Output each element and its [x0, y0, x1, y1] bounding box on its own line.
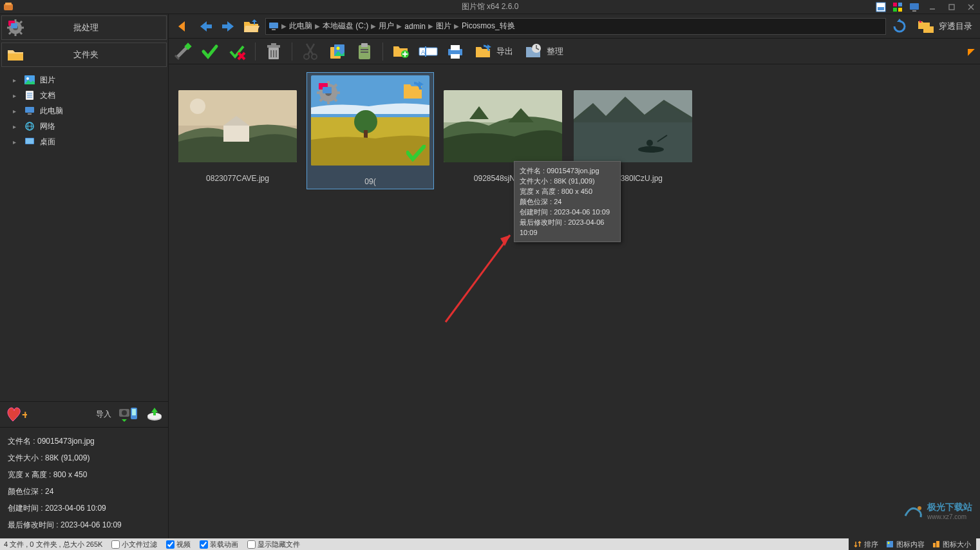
nav-open-folder-button[interactable]	[242, 17, 261, 36]
folder-label: 文件夹	[29, 49, 143, 61]
tool-rename-button[interactable]: A	[418, 41, 438, 62]
expand-icon[interactable]: ▸	[13, 92, 19, 99]
info-bitdepth: 颜色位深 : 24	[8, 483, 160, 500]
status-chk-hidden[interactable]: 显示隐藏文件	[247, 540, 300, 549]
tool-organize-button[interactable]: 整理	[522, 43, 566, 60]
batch-gear-icon	[6, 18, 25, 37]
path-seg-1[interactable]: 本地磁盘 (C:)▶	[323, 21, 376, 32]
tree-item-documents[interactable]: ▸ 文档	[0, 88, 168, 103]
thumb-rotate-icon[interactable]	[401, 79, 426, 101]
desktop-icon	[24, 137, 35, 146]
tree-item-pictures[interactable]: ▸ 图片	[0, 72, 168, 88]
svg-rect-73	[451, 45, 460, 50]
thumb-image	[178, 90, 297, 162]
svg-rect-43	[132, 409, 136, 415]
nav-up-button[interactable]	[196, 17, 215, 36]
info-panel: 文件名 : 09015473jon.jpg 文件大小 : 88K (91,009…	[0, 427, 168, 538]
app-title: 图片馆 x64 2.6.0	[462, 1, 519, 12]
svg-rect-11	[949, 5, 954, 10]
status-chk-video[interactable]: 视频	[166, 540, 191, 549]
folder-icon	[6, 45, 25, 64]
tree-item-computer[interactable]: ▸ 此电脑	[0, 103, 168, 119]
info-dimensions: 宽度 x 高度 : 800 x 450	[8, 466, 160, 483]
device-import-icon[interactable]	[118, 406, 140, 423]
thumbnail-grid[interactable]: 0823077CAVE.jpg 09(	[169, 64, 980, 538]
titlebar: 图片馆 x64 2.6.0	[0, 0, 980, 14]
path-seg-4[interactable]: 图片▶	[436, 21, 459, 32]
refresh-button[interactable]	[890, 17, 909, 36]
thumb-item-selected[interactable]: 09(	[306, 72, 434, 189]
path-seg-3[interactable]: admin▶	[404, 22, 433, 31]
tool-new-folder-button[interactable]	[391, 41, 411, 62]
titlebar-tool-2-icon[interactable]	[892, 2, 903, 12]
minimize-button[interactable]	[926, 2, 939, 12]
svg-rect-78	[223, 126, 249, 142]
tool-cut-button[interactable]	[300, 41, 321, 62]
svg-line-91	[334, 99, 337, 101]
export-icon	[475, 43, 493, 60]
import-label: 导入	[96, 409, 111, 420]
svg-point-105	[918, 506, 921, 510]
favorite-add-icon[interactable]: +	[5, 406, 27, 424]
status-content-button[interactable]: 图标内容	[886, 540, 925, 549]
svg-rect-32	[25, 107, 34, 113]
nav-row: ▶ 此电脑▶ 本地磁盘 (C:)▶ 用户▶ admin▶ 图片▶ Picosmo…	[169, 14, 980, 39]
folder-tree: ▸ 图片 ▸ 文档 ▸ 此电脑 ▸ 网络 ▸ 桌面	[0, 68, 168, 153]
svg-rect-38	[26, 138, 33, 144]
tree-item-network[interactable]: ▸ 网络	[0, 119, 168, 134]
tool-print-button[interactable]	[445, 41, 466, 62]
svg-point-79	[190, 99, 205, 114]
thumb-item[interactable]: 0823077CAVE.jpg	[176, 72, 299, 189]
path-bar[interactable]: ▶ 此电脑▶ 本地磁盘 (C:)▶ 用户▶ admin▶ 图片▶ Picosmo…	[265, 18, 886, 35]
svg-rect-65	[361, 52, 368, 53]
status-sort-button[interactable]: 排序	[854, 540, 878, 549]
thumb-image	[311, 75, 429, 166]
thumb-batch-icon[interactable]	[315, 79, 342, 106]
status-chk-animation[interactable]: 装载动画	[200, 540, 238, 549]
path-root-icon[interactable]	[269, 22, 279, 31]
tool-select-all-button[interactable]	[200, 41, 220, 62]
svg-rect-108	[933, 543, 936, 547]
status-chk-small-files[interactable]: 小文件过滤	[111, 540, 157, 549]
svg-rect-6	[893, 8, 897, 12]
svg-rect-46	[269, 23, 278, 28]
svg-line-104	[446, 235, 510, 322]
expand-icon[interactable]: ▸	[13, 123, 19, 130]
svg-rect-63	[361, 43, 368, 47]
expand-icon[interactable]: ▸	[13, 108, 19, 115]
nav-back-button[interactable]	[173, 17, 192, 36]
svg-line-22	[20, 21, 22, 23]
svg-line-21	[20, 32, 22, 34]
status-size-button[interactable]: 图标大小	[932, 540, 971, 549]
folder-button[interactable]: 文件夹	[1, 43, 167, 67]
tool-copy-button[interactable]	[327, 41, 348, 62]
titlebar-tool-3-icon[interactable]	[909, 2, 919, 12]
toolbar-expand-icon[interactable]: ◤	[968, 46, 975, 57]
thumb-image	[574, 90, 692, 162]
svg-point-107	[888, 542, 890, 544]
path-seg-2[interactable]: 用户▶	[379, 21, 402, 32]
computer-icon	[24, 106, 35, 115]
tool-paste-button[interactable]	[354, 41, 375, 62]
path-seg-0[interactable]: 此电脑▶	[289, 21, 320, 32]
tool-export-button[interactable]: 导出	[472, 43, 516, 60]
expand-icon[interactable]: ▸	[13, 138, 19, 146]
svg-point-41	[122, 410, 127, 415]
nav-forward-button[interactable]	[219, 17, 238, 36]
tool-settings-button[interactable]	[173, 41, 193, 62]
expand-icon[interactable]: ▸	[13, 77, 19, 84]
tool-delete-button[interactable]	[263, 41, 284, 62]
path-seg-5[interactable]: Picosmos_转换	[462, 21, 515, 32]
svg-rect-51	[271, 43, 276, 45]
tree-item-desktop[interactable]: ▸ 桌面	[0, 134, 168, 149]
thumb-check-icon[interactable]	[406, 145, 426, 162]
disk-import-icon[interactable]	[146, 406, 163, 423]
batch-button[interactable]: 批处理	[1, 15, 167, 40]
maximize-button[interactable]	[945, 2, 958, 12]
close-button[interactable]	[965, 2, 977, 12]
svg-rect-106	[887, 541, 893, 547]
penetrate-button[interactable]: 穿透目录	[913, 19, 976, 34]
statusbar: 4 文件 , 0 文件夹 , 总大小 265K 小文件过滤 视频 装载动画 显示…	[0, 538, 980, 550]
tool-deselect-button[interactable]	[227, 41, 247, 62]
titlebar-tool-1-icon[interactable]	[876, 2, 886, 12]
